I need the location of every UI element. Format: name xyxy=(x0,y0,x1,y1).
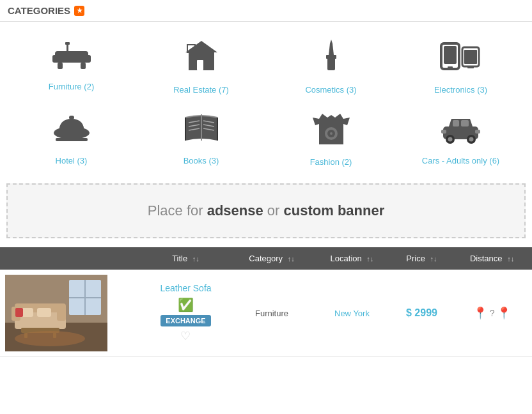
svg-rect-9 xyxy=(197,60,203,70)
category-label-cars: Cars - Adults only (6) xyxy=(422,156,499,165)
lipstick-icon xyxy=(322,38,341,79)
distance-sort-arrows[interactable]: ↑↓ xyxy=(507,255,514,263)
favorite-icon[interactable]: ♡ xyxy=(146,329,226,343)
verified-icon: ✅ xyxy=(178,298,194,312)
category-label-fashion: Fashion (2) xyxy=(310,157,352,167)
title-sort-arrows[interactable]: ↑↓ xyxy=(192,255,199,263)
house-icon xyxy=(182,38,221,79)
devices-icon xyxy=(440,38,481,79)
col-location[interactable]: Location ↑↓ xyxy=(313,247,391,270)
category-item-books[interactable]: Books (3) xyxy=(136,102,266,174)
svg-marker-14 xyxy=(330,40,332,43)
categories-grid: Furniture (2) Real Estate (7) Cosmetics … xyxy=(0,22,532,174)
col-distance[interactable]: Distance ↑↓ xyxy=(452,247,532,270)
col-price[interactable]: Price ↑↓ xyxy=(391,247,452,270)
svg-rect-41 xyxy=(461,120,469,126)
category-label-furniture: Furniture (2) xyxy=(49,82,95,91)
banner-text: Place for adsense or custom banner xyxy=(148,203,385,218)
category-item-electronics[interactable]: Electronics (3) xyxy=(396,28,526,102)
category-item-furniture[interactable]: Furniture (2) xyxy=(6,28,136,102)
svg-marker-7 xyxy=(185,41,217,52)
categories-title: CATEGORIES xyxy=(8,5,70,16)
category-sort-arrows[interactable]: ↑↓ xyxy=(288,255,295,263)
svg-rect-55 xyxy=(37,308,51,317)
svg-point-60 xyxy=(15,331,85,346)
distance-icons: 📍 ? 📍 xyxy=(457,306,527,320)
svg-rect-11 xyxy=(327,57,335,70)
listing-price-cell: $ 2999 xyxy=(391,270,452,357)
svg-rect-1 xyxy=(52,55,59,63)
col-category[interactable]: Category ↑↓ xyxy=(231,247,313,270)
book-icon xyxy=(182,112,221,150)
col-thumb xyxy=(0,247,141,270)
listing-title-cell: Leather Sofa ✅ EXCHANGE ♡ xyxy=(141,270,231,357)
rss-icon[interactable]: ★ xyxy=(74,6,84,16)
svg-rect-19 xyxy=(444,46,457,64)
category-item-hotel[interactable]: Hotel (3) xyxy=(6,102,136,174)
svg-rect-5 xyxy=(66,43,68,52)
unknown-distance-icon: ? xyxy=(490,308,495,318)
listing-title-link[interactable]: Leather Sofa xyxy=(146,283,226,293)
price-sort-arrows[interactable]: ↑↓ xyxy=(430,255,437,263)
exchange-badge[interactable]: EXCHANGE xyxy=(160,315,210,326)
svg-point-37 xyxy=(448,137,453,142)
category-label-books: Books (3) xyxy=(184,156,219,165)
svg-rect-56 xyxy=(15,308,23,317)
svg-rect-23 xyxy=(69,116,74,119)
category-label-hotel: Hotel (3) xyxy=(56,156,88,165)
location-pin-alt-icon[interactable]: 📍 xyxy=(497,306,511,320)
cloche-icon xyxy=(52,112,91,150)
categories-header: CATEGORIES ★ xyxy=(0,0,532,22)
svg-rect-4 xyxy=(81,63,86,69)
category-label-electronics: Electronics (3) xyxy=(434,85,487,95)
svg-rect-42 xyxy=(441,130,446,134)
listing-thumbnail xyxy=(5,275,107,351)
svg-rect-22 xyxy=(56,138,88,141)
svg-rect-40 xyxy=(453,120,459,126)
banner-area: Place for adsense or custom banner xyxy=(6,183,526,238)
table-header-row: Title ↑↓ Category ↑↓ Location ↑↓ Price ↑… xyxy=(0,247,532,270)
svg-rect-12 xyxy=(326,55,336,59)
category-item-real-estate[interactable]: Real Estate (7) xyxy=(136,28,266,102)
svg-rect-2 xyxy=(84,55,91,63)
listing-category-cell: Furniture xyxy=(231,270,313,357)
svg-rect-20 xyxy=(464,50,477,64)
category-item-cosmetics[interactable]: Cosmetics (3) xyxy=(266,28,396,102)
listing-location-cell: New York xyxy=(313,270,391,357)
svg-marker-13 xyxy=(329,43,334,55)
sofa-icon xyxy=(52,38,91,75)
category-label-real-estate: Real Estate (7) xyxy=(173,85,229,95)
category-label-cosmetics: Cosmetics (3) xyxy=(305,85,356,95)
svg-point-39 xyxy=(469,137,474,142)
shirt-icon xyxy=(313,112,350,151)
col-title[interactable]: Title ↑↓ xyxy=(141,247,231,270)
listing-distance-cell: 📍 ? 📍 xyxy=(452,270,532,357)
category-item-fashion[interactable]: Fashion (2) xyxy=(266,102,396,174)
car-icon xyxy=(440,112,481,150)
table-row: Leather Sofa ✅ EXCHANGE ♡ Furniture New … xyxy=(0,270,532,357)
svg-rect-16 xyxy=(448,66,453,68)
svg-rect-18 xyxy=(467,66,474,68)
location-pin-icon[interactable]: 📍 xyxy=(473,306,487,320)
location-sort-arrows[interactable]: ↑↓ xyxy=(366,255,373,263)
listings-table: Title ↑↓ Category ↑↓ Location ↑↓ Price ↑… xyxy=(0,247,532,357)
svg-point-34 xyxy=(330,132,332,135)
svg-rect-3 xyxy=(58,63,63,69)
svg-rect-43 xyxy=(475,130,480,134)
listing-thumbnail-cell xyxy=(0,270,141,357)
svg-rect-6 xyxy=(65,42,70,45)
category-item-cars[interactable]: Cars - Adults only (6) xyxy=(396,102,526,174)
svg-rect-53 xyxy=(57,307,66,321)
svg-rect-0 xyxy=(55,51,88,63)
